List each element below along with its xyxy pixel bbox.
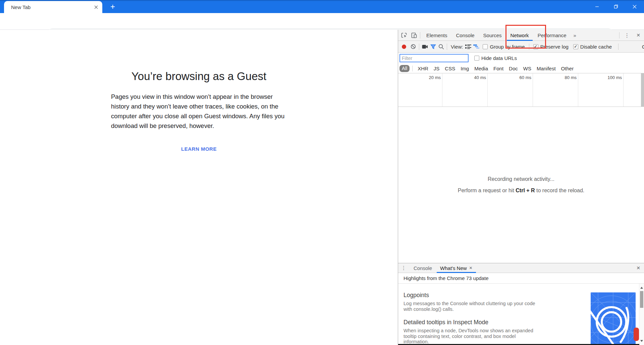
more-tabs-icon[interactable]: » (571, 32, 579, 38)
timeline-tick: 100 ms (578, 73, 624, 107)
drawer-tab-close-icon[interactable]: ✕ (469, 266, 473, 270)
network-overview-timeline[interactable]: 20 ms 40 ms 60 ms 80 ms 100 ms (398, 73, 644, 107)
devtools-close-icon[interactable]: ✕ (633, 32, 644, 38)
section-body-logpoints: Log messages to the Console without clut… (404, 301, 541, 312)
hide-data-urls-checkbox[interactable]: Hide data URLs (474, 55, 517, 61)
learn-more-link[interactable]: LEARN MORE (0, 146, 398, 152)
tab-elements[interactable]: Elements (422, 30, 452, 41)
waterfall-overview-icon[interactable] (472, 43, 480, 51)
type-filter-img[interactable]: Img (458, 66, 472, 71)
network-log-empty-state: Recording network activity... Perform a … (398, 107, 644, 263)
devtools-menu-icon[interactable]: ⋮ (621, 32, 633, 39)
type-filter-ws[interactable]: WS (521, 66, 534, 71)
type-filter-js[interactable]: JS (431, 66, 442, 71)
throttling-dropdown-clipped[interactable]: Online (642, 41, 644, 53)
close-window-button[interactable] (625, 0, 644, 13)
whats-new-header: Highlights from the Chrome 73 update (398, 273, 644, 284)
guest-description: Pages you view in this window won’t appe… (111, 92, 287, 131)
tab-close-icon[interactable] (93, 4, 99, 10)
view-label: View: (451, 44, 463, 50)
minimize-button[interactable] (588, 0, 606, 13)
window-controls (588, 0, 644, 13)
section-title-tooltips[interactable]: Detailed tooltips in Inspect Mode (404, 319, 591, 326)
network-tab-highlight-box (505, 25, 546, 49)
type-filter-all[interactable]: All (399, 65, 410, 72)
checkbox-unchecked[interactable] (474, 56, 479, 61)
clear-icon[interactable] (409, 43, 417, 51)
divider (420, 32, 420, 39)
timeline-scrollbar[interactable] (641, 73, 644, 107)
reload-hint-text: Perform a request or hit Ctrl + R to rec… (398, 188, 644, 194)
filter-funnel-icon[interactable] (429, 43, 437, 51)
timeline-tick: 60 ms (488, 73, 533, 107)
scroll-thumb[interactable] (640, 291, 643, 308)
tab-title: New Tab (11, 4, 93, 10)
browser-toolbar: Search Google or type a URL (0, 13, 644, 30)
section-title-logpoints[interactable]: Logpoints (404, 292, 591, 299)
drawer-tab-whats-new[interactable]: What's New ✕ (436, 263, 477, 273)
disable-cache-checkbox[interactable]: ✓ Disable cache (573, 44, 612, 50)
type-filter-font[interactable]: Font (491, 66, 506, 71)
divider (618, 44, 619, 50)
device-toolbar-icon[interactable] (410, 31, 418, 39)
red-accent-card (634, 328, 639, 341)
request-type-filters: All XHR JS CSS Img Media Font Doc WS Man… (398, 64, 644, 73)
network-filter-row: Hide data URLs (398, 53, 644, 64)
recording-status-text: Recording network activity... (398, 176, 644, 182)
hide-data-urls-label: Hide data URLs (481, 55, 517, 61)
whats-new-scrollbar[interactable] (639, 284, 644, 345)
checkbox-unchecked[interactable] (483, 44, 488, 49)
scroll-up-icon[interactable] (640, 287, 643, 289)
devtools-panel: Elements Console Sources Network Perform… (398, 30, 644, 345)
type-filter-other[interactable]: Other (558, 66, 577, 71)
divider (419, 44, 419, 50)
guest-heading: You’re browsing as a Guest (0, 70, 398, 83)
checkbox-checked[interactable]: ✓ (573, 44, 578, 49)
divider (619, 32, 620, 39)
type-filter-css[interactable]: CSS (442, 66, 458, 71)
type-filter-manifest[interactable]: Manifest (534, 66, 558, 71)
new-tab-button[interactable]: + (108, 2, 117, 11)
disable-cache-label: Disable cache (580, 44, 612, 50)
guest-page: You’re browsing as a Guest Pages you vie… (0, 30, 398, 345)
type-filter-xhr[interactable]: XHR (415, 66, 431, 71)
drawer-close-icon[interactable]: ✕ (633, 265, 644, 271)
drawer-tab-console[interactable]: Console (410, 263, 436, 273)
inspect-element-icon[interactable] (399, 31, 408, 39)
chrome-blueprint-illustration (591, 292, 636, 345)
timeline-tick: 80 ms (533, 73, 578, 107)
divider (412, 66, 413, 71)
tab-sources[interactable]: Sources (479, 30, 506, 41)
filter-input[interactable] (399, 54, 469, 62)
drawer-tabbar: ⋮ Console What's New ✕ ✕ (398, 263, 644, 273)
tab-strip: New Tab + (0, 0, 644, 13)
search-network-icon[interactable] (437, 43, 445, 51)
type-filter-doc[interactable]: Doc (506, 66, 521, 71)
whats-new-content: Logpoints Log messages to the Console wi… (398, 284, 644, 345)
large-request-rows-icon[interactable] (464, 43, 472, 51)
scroll-down-icon[interactable] (640, 340, 643, 342)
section-body-tooltips: When inspecting a node, DevTools now sho… (404, 328, 541, 345)
type-filter-media[interactable]: Media (472, 66, 491, 71)
restore-button[interactable] (606, 0, 625, 13)
tab-console[interactable]: Console (452, 30, 479, 41)
capture-screenshots-icon[interactable] (421, 43, 429, 51)
timeline-tick: 40 ms (442, 73, 488, 107)
divider (447, 44, 447, 50)
timeline-tick: 20 ms (398, 73, 442, 107)
drawer-menu-icon[interactable]: ⋮ (398, 265, 410, 271)
record-network-log-icon[interactable] (402, 45, 406, 49)
browser-tab[interactable]: New Tab (4, 1, 102, 13)
